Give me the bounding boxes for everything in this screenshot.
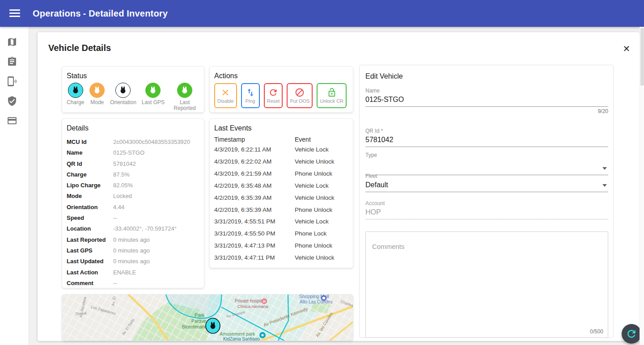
fleet-label: Fleet	[365, 173, 608, 179]
vehicle-location-marker[interactable]	[206, 318, 220, 333]
event-name: Vehicle Lock	[295, 144, 348, 156]
type-field-group: Type	[365, 152, 608, 175]
rabbit-icon	[71, 86, 80, 95]
detail-value: 0 minutes ago	[113, 235, 199, 245]
sidebar-item-map[interactable]	[0, 32, 29, 52]
event-timestamp: 3/31/2019, 4:55:50 PM	[214, 228, 295, 240]
detail-label: QR Id	[67, 159, 113, 169]
hospital-marker-letter: H	[263, 299, 265, 303]
map-park-label: Parque	[191, 319, 206, 324]
mode-status-icon	[89, 83, 105, 98]
refresh-fab-button[interactable]	[622, 324, 641, 344]
table-row: Last Reported0 minutes ago	[67, 235, 199, 245]
refresh-icon	[268, 88, 278, 97]
scrollbar-thumb[interactable]	[640, 28, 644, 86]
status-label: Last GPS	[142, 100, 165, 105]
orientation-status-icon	[115, 83, 131, 98]
details-title: Details	[62, 119, 204, 135]
detail-label: Orientation	[67, 202, 113, 213]
fleet-select[interactable]	[365, 179, 608, 192]
table-row: 4/2/2019, 6:35:48 AMVehicle Lock	[210, 180, 353, 192]
table-row: Speed--	[67, 213, 199, 223]
detail-value: 0 minutes ago	[113, 256, 199, 267]
table-row: Comment--	[67, 278, 199, 289]
lock-open-icon	[327, 88, 337, 97]
action-label: Unlock CR	[320, 98, 343, 104]
map-canvas: Dorsal Av. Recoleta Los Zapadores Av. El…	[62, 295, 353, 341]
table-row: Last GPS0 minutes ago	[67, 245, 199, 256]
comments-field[interactable]	[366, 232, 608, 337]
detail-label: Last Action	[67, 267, 113, 278]
detail-label: Name	[67, 147, 113, 158]
mall-marker-glyph	[322, 297, 325, 299]
name-field-group: Name 9/20	[365, 88, 608, 114]
actions-row: Disable Ping Reset Put OOS Unlock CR	[210, 83, 353, 109]
map-park-label: Bicentenario	[182, 324, 207, 329]
map-hospital-label: Clínica Alemana	[237, 304, 268, 309]
detail-value: 2c0043000c50483553353920	[113, 137, 199, 147]
name-char-counter: 9/20	[365, 108, 608, 114]
phone-ring-icon	[7, 76, 17, 87]
status-item-last-reported: Last Reported	[170, 83, 199, 111]
vehicle-map[interactable]: Dorsal Av. Recoleta Los Zapadores Av. El…	[62, 294, 353, 341]
table-row: 4/2/2019, 6:35:39 AMPhone Unlock	[210, 204, 353, 216]
table-row: QR Id5781042	[67, 159, 199, 169]
table-row: Last Updated0 minutes ago	[67, 256, 199, 267]
menu-icon[interactable]	[9, 9, 20, 17]
clipboard-icon	[7, 56, 17, 67]
close-icon[interactable]: ✕	[621, 43, 632, 54]
detail-label: Speed	[67, 213, 113, 223]
disable-button[interactable]: Disable	[214, 83, 237, 108]
event-timestamp: 4/2/2019, 6:35:39 AM	[214, 192, 295, 204]
event-timestamp: 3/31/2019, 4:47:13 PM	[214, 240, 295, 252]
page-scrollbar[interactable]	[640, 27, 644, 345]
sidebar-item-inventory[interactable]	[0, 52, 29, 72]
table-row: 3/31/2019, 4:47:13 PMPhone Unlock	[210, 240, 353, 252]
ping-button[interactable]: Ping	[241, 83, 260, 108]
import-export-icon	[246, 88, 255, 97]
sidebar-item-security[interactable]	[0, 91, 29, 111]
edit-vehicle-title: Edit Vehicle	[365, 72, 403, 80]
side-nav	[0, 27, 29, 345]
map-amusement-label: KidZania Santiago	[223, 337, 260, 341]
name-field[interactable]	[365, 94, 608, 107]
event-timestamp: 3/31/2019, 4:55:51 PM	[214, 216, 295, 228]
app-bar: Operations- Detailed Inventory	[0, 0, 644, 27]
detail-value: 0 minutes ago	[113, 245, 199, 256]
table-row: MCU Id2c0043000c50483553353920	[67, 137, 199, 147]
comments-field-group: 0/500	[365, 231, 608, 338]
actions-title: Actions	[210, 67, 353, 83]
detail-label: Last Updated	[67, 256, 113, 267]
sidebar-item-devices[interactable]	[0, 72, 29, 91]
chevron-down-icon[interactable]	[602, 184, 607, 187]
refresh-icon	[626, 328, 637, 340]
account-label: Account	[365, 200, 608, 206]
reset-button[interactable]: Reset	[264, 83, 283, 108]
event-timestamp: 3/31/2019, 4:47:11 PM	[214, 252, 295, 264]
put-oos-button[interactable]: Put OOS	[287, 83, 313, 108]
event-name: Vehicle Unlock	[295, 192, 348, 204]
app-title-secondary: - Detailed Inventory	[83, 8, 168, 18]
events-table: 4/3/2019, 6:22:11 AMVehicle Lock 4/3/201…	[210, 144, 353, 264]
vehicle-details-panel: Vehicle Details ✕ Status Charge Mode Ori…	[38, 32, 640, 341]
qr-id-field[interactable]	[365, 134, 608, 147]
events-header-row: Timestamp Event	[210, 135, 353, 144]
events-col-timestamp: Timestamp	[214, 136, 295, 143]
table-row: ModeLocked	[67, 191, 199, 202]
detail-label: Comment	[67, 278, 113, 289]
qr-field-group: QR Id *	[365, 128, 608, 147]
table-row: 4/2/2019, 6:35:39 AMVehicle Unlock	[210, 192, 353, 204]
event-name: Vehicle Lock	[295, 180, 348, 192]
unlock-cr-button[interactable]: Unlock CR	[317, 83, 347, 108]
action-label: Disable	[217, 98, 234, 104]
event-timestamp: 4/3/2019, 6:22:02 AM	[214, 156, 295, 168]
sidebar-item-payments[interactable]	[0, 111, 29, 130]
action-label: Reset	[267, 98, 280, 104]
event-timestamp: 4/2/2019, 6:35:39 AM	[214, 204, 295, 216]
map-hospital-label: Private hospital	[235, 299, 265, 303]
table-row: 4/3/2019, 6:22:11 AMVehicle Lock	[210, 144, 353, 156]
app-title-primary: Operations	[33, 8, 81, 18]
block-icon	[295, 88, 305, 97]
chevron-down-icon[interactable]	[602, 167, 607, 170]
status-card: Status Charge Mode Orientation Last GPS	[62, 66, 204, 113]
